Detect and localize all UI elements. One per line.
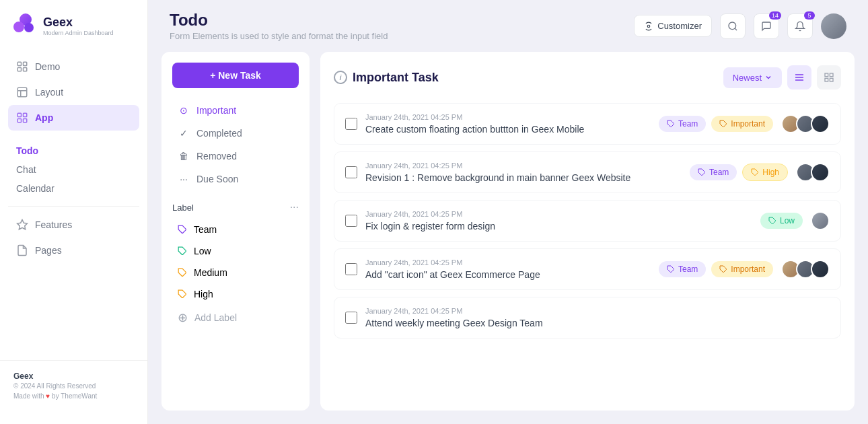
task-name-3: Fix login & register form design [365,221,752,232]
topbar-right: Customizer 14 5 [634,13,846,39]
task-date-1: January 24th, 2021 04:25 PM [365,113,651,121]
task-name-2: Revision 1 : Remove background in main b… [365,172,682,183]
label-header: Label ··· [172,201,299,213]
task-info-1: January 24th, 2021 04:25 PM Create custo… [365,113,651,135]
tag-team-4[interactable]: Team [659,261,706,277]
tag-low-3[interactable]: Low [760,213,803,229]
logo-title: Geex [43,15,114,30]
filter-newest-button[interactable]: Newest [723,67,782,88]
sidebar-item-pages-label: Pages [35,245,62,256]
task-tags-3: Low [760,213,803,229]
task-header-right: Newest [723,65,841,90]
sidebar-item-layout[interactable]: Layout [8,79,139,105]
task-tags-4: Team Important [659,261,773,277]
svg-rect-9 [17,119,21,122]
sidebar-item-app[interactable]: App [8,105,139,131]
svg-rect-2 [17,68,21,71]
info-icon: i [334,71,347,84]
task-date-5: January 24th, 2021 04:25 PM [365,307,813,315]
main-content: Todo Form Elements is used to style and … [148,0,868,424]
task-checkbox-4[interactable] [345,263,357,275]
task-name-1: Create custom floating action buttton in… [365,124,651,135]
label-low[interactable]: Low [172,240,299,262]
svg-rect-21 [830,78,833,81]
search-button[interactable] [720,13,746,39]
svg-rect-3 [24,68,27,71]
menu-item-important-label: Important [196,105,236,116]
menu-item-completed-label: Completed [196,128,242,139]
tag-important-4[interactable]: Important [711,261,773,277]
sidebar-item-calendar[interactable]: Calendar [16,179,131,198]
right-panel: i Important Task Newest [320,52,855,411]
logo-icon [13,13,38,38]
customizer-label: Customizer [657,21,702,31]
removed-icon: 🗑 [178,151,190,162]
label-low-text: Low [194,246,211,256]
svg-rect-8 [24,113,27,116]
svg-line-14 [735,28,737,30]
sidebar-item-features-label: Features [35,219,72,230]
table-row: January 24th, 2021 04:25 PM Revision 1 :… [334,151,841,193]
task-title-wrap: i Important Task [334,71,439,85]
tag-important-1[interactable]: Important [711,116,773,132]
label-team-text: Team [194,224,217,235]
label-medium[interactable]: Medium [172,262,299,283]
task-checkbox-1[interactable] [345,118,357,130]
task-section-title: Important Task [353,71,439,85]
label-more-button[interactable]: ··· [290,201,299,213]
nav-divider [8,206,139,207]
user-avatar[interactable] [821,13,846,39]
tag-high-2[interactable]: High [742,164,788,181]
sidebar-item-features[interactable]: Features [8,212,139,238]
sidebar: Geex Modern Admin Dashboard Demo Layout … [0,0,148,424]
grid-view-button[interactable] [817,65,841,90]
task-checkbox-3[interactable] [345,215,357,227]
table-row: January 24th, 2021 04:25 PM Fix login & … [334,200,841,242]
messages-badge: 14 [769,11,781,20]
menu-item-removed[interactable]: 🗑 Removed [172,145,299,168]
bottom-nav: Features Pages [0,212,147,271]
task-date-2: January 24th, 2021 04:25 PM [365,162,682,170]
add-label-button[interactable]: ⊕ Add Label [172,305,299,330]
label-team[interactable]: Team [172,219,299,240]
left-panel: + New Task ⊙ Important ✓ Completed 🗑 Rem… [161,52,310,411]
page-title: Todo [170,11,388,30]
svg-point-13 [729,22,736,30]
tag-team-2[interactable]: Team [690,164,737,180]
menu-item-important[interactable]: ⊙ Important [172,99,299,122]
avatar-3a [811,211,830,230]
content-area: + New Task ⊙ Important ✓ Completed 🗑 Rem… [148,52,868,424]
menu-item-removed-label: Removed [196,151,237,162]
sidebar-item-todo[interactable]: Todo [16,141,131,160]
notifications-button[interactable]: 5 [787,13,813,39]
tag-team-1[interactable]: Team [659,116,706,132]
label-high[interactable]: High [172,283,299,305]
task-info-4: January 24th, 2021 04:25 PM Add "cart ic… [365,258,651,280]
sidebar-item-pages[interactable]: Pages [8,238,139,263]
sidebar-item-chat[interactable]: Chat [16,160,131,179]
add-label-icon: ⊕ [178,310,188,325]
completed-icon: ✓ [178,128,190,139]
avatar-4c [811,260,830,279]
menu-item-due-soon[interactable]: ··· Due Soon [172,168,299,190]
new-task-button[interactable]: + New Task [172,63,299,88]
list-view-button[interactable] [787,65,811,90]
task-name-4: Add "cart icon" at Geex Ecommerce Page [365,269,651,280]
table-row: January 24th, 2021 04:25 PM Attend weekl… [334,297,841,339]
svg-rect-0 [17,62,21,65]
menu-item-completed[interactable]: ✓ Completed [172,122,299,145]
task-tags-1: Team Important [659,116,773,132]
svg-marker-11 [17,220,28,229]
task-info-3: January 24th, 2021 04:25 PM Fix login & … [365,210,752,232]
customizer-button[interactable]: Customizer [634,15,712,37]
messages-button[interactable]: 14 [754,13,779,39]
important-icon: ⊙ [178,105,190,116]
sidebar-item-app-label: App [35,112,53,123]
sidebar-item-demo[interactable]: Demo [8,54,139,79]
task-checkbox-5[interactable] [345,312,357,324]
task-checkbox-2[interactable] [345,166,357,178]
logo[interactable]: Geex Modern Admin Dashboard [0,13,147,54]
add-label-text: Add Label [194,312,237,323]
task-info-2: January 24th, 2021 04:25 PM Revision 1 :… [365,162,682,183]
task-avatars-2 [796,163,830,182]
